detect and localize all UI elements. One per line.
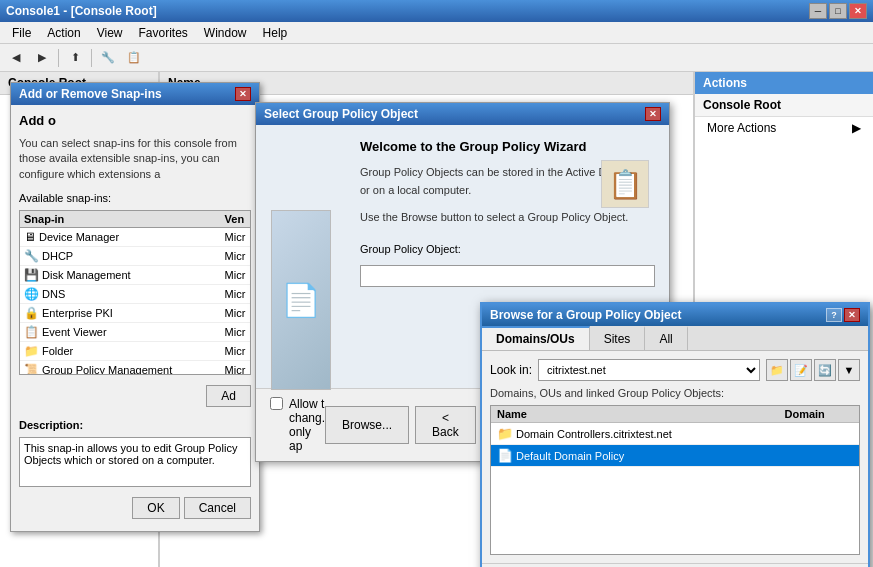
add-button[interactable]: Ad: [206, 385, 251, 407]
maximize-button[interactable]: □: [829, 3, 847, 19]
gpo-field-label: Group Policy Object:: [360, 243, 655, 255]
gpo-field-input[interactable]: [360, 265, 655, 287]
browse-col-domain: Domain: [778, 406, 859, 423]
menu-bar: File Action View Favorites Window Help: [0, 22, 873, 44]
browse-button[interactable]: Browse...: [325, 406, 409, 444]
lookin-select[interactable]: citrixtest.net: [538, 359, 760, 381]
gpo-title-bar: Select Group Policy Object ✕: [256, 103, 669, 125]
addsnapin-desc: You can select snap-ins for this console…: [19, 136, 251, 182]
snap-table-row[interactable]: 📁FolderMicr: [20, 342, 250, 361]
browse-table-container[interactable]: Name Domain 📁Domain Controllers.citrixte…: [490, 405, 860, 555]
gpo-body-text2: Use the Browse button to select a Group …: [360, 209, 655, 227]
cancel-button[interactable]: Cancel: [184, 497, 251, 519]
lookin-browse-btn[interactable]: 📁: [766, 359, 788, 381]
actions-section-label: Console Root: [695, 94, 873, 117]
lookin-label: Look in:: [490, 363, 532, 377]
ok-button[interactable]: OK: [132, 497, 179, 519]
settings-button[interactable]: 🔧: [96, 47, 120, 69]
addsnapin-btn-row: Ad: [19, 381, 251, 411]
browse-close-button[interactable]: ✕: [844, 308, 860, 322]
browse-table: Name Domain 📁Domain Controllers.citrixte…: [491, 406, 859, 467]
browse-title: Browse for a Group Policy Object: [490, 308, 681, 322]
gpo-doc-icon: 📄: [281, 281, 321, 319]
addsnapin-footer-btns: OK Cancel: [19, 493, 251, 523]
addsnapin-heading: Add o: [19, 113, 251, 128]
desc-label: Description:: [19, 419, 251, 431]
menu-file[interactable]: File: [4, 24, 39, 42]
browse-footer: OK Cancel: [482, 563, 868, 567]
browse-table-row[interactable]: 📁Domain Controllers.citrixtest.net: [491, 423, 859, 445]
addsnapin-available-label: Available snap-ins:: [19, 192, 251, 204]
gpo-left-image: 📄: [271, 210, 331, 390]
gpo-title: Select Group Policy Object: [264, 107, 418, 121]
browse-col-name: Name: [491, 406, 778, 423]
forward-button[interactable]: ▶: [30, 47, 54, 69]
menu-help[interactable]: Help: [255, 24, 296, 42]
back-button[interactable]: ◀: [4, 47, 28, 69]
back-btn[interactable]: < Back: [415, 406, 476, 444]
snap-table-row[interactable]: 📋Event ViewerMicr: [20, 323, 250, 342]
snap-table-row[interactable]: 📜Group Policy ManagementMicr: [20, 361, 250, 375]
gpo-check-row: Allow tchang.only ap: [270, 397, 325, 453]
snap-table: Snap-in Ven 🖥Device ManagerMicr🔧DHCPMicr…: [20, 211, 250, 375]
addsnapin-title: Add or Remove Snap-ins: [19, 87, 162, 101]
more-actions-item[interactable]: More Actions ▶: [695, 117, 873, 139]
app-title: Console1 - [Console Root]: [6, 4, 157, 18]
menu-window[interactable]: Window: [196, 24, 255, 42]
main-layout: Console Root 🖥 Console Root Name Actions…: [0, 72, 873, 567]
browse-tabs: Domains/OUs Sites All: [482, 326, 868, 351]
lookin-new-btn[interactable]: 📝: [790, 359, 812, 381]
snap-table-row[interactable]: 🔧DHCPMicr: [20, 247, 250, 266]
menu-view[interactable]: View: [89, 24, 131, 42]
title-bar: Console1 - [Console Root] ─ □ ✕: [0, 0, 873, 22]
tab-domains-ous[interactable]: Domains/OUs: [482, 326, 590, 350]
snap-table-row[interactable]: 🖥Device ManagerMicr: [20, 228, 250, 247]
toolbar: ◀ ▶ ⬆ 🔧 📋: [0, 44, 873, 72]
close-button[interactable]: ✕: [849, 3, 867, 19]
allow-change-label: Allow tchang.only ap: [289, 397, 325, 453]
dialog-addsnapin: Add or Remove Snap-ins ✕ Add o You can s…: [10, 82, 260, 532]
snap-table-container[interactable]: Snap-in Ven 🖥Device ManagerMicr🔧DHCPMicr…: [19, 210, 251, 375]
toolbar-separator-2: [91, 49, 92, 67]
gpo-icon-area: 📋: [601, 160, 649, 208]
browse-help-button[interactable]: ?: [826, 308, 842, 322]
snap-table-row[interactable]: 💾Disk ManagementMicr: [20, 266, 250, 285]
lookin-row: Look in: citrixtest.net 📁 📝 🔄 ▼: [490, 359, 860, 381]
domains-label: Domains, OUs and linked Group Policy Obj…: [490, 387, 860, 399]
tab-sites[interactable]: Sites: [590, 326, 646, 350]
title-bar-controls: ─ □ ✕: [809, 3, 867, 19]
gpo-close-button[interactable]: ✕: [645, 107, 661, 121]
browse-table-row[interactable]: 📄Default Domain Policy: [491, 445, 859, 467]
browse-title-bar: Browse for a Group Policy Object ? ✕: [482, 304, 868, 326]
addsnapin-title-bar: Add or Remove Snap-ins ✕: [11, 83, 259, 105]
desc-box: This snap-in allows you to edit Group Po…: [19, 437, 251, 487]
lookin-settings-btn[interactable]: ▼: [838, 359, 860, 381]
addsnapin-close-button[interactable]: ✕: [235, 87, 251, 101]
tab-all[interactable]: All: [645, 326, 687, 350]
actions-title: Actions: [695, 72, 873, 94]
minimize-button[interactable]: ─: [809, 3, 827, 19]
snap-table-row[interactable]: 🌐DNSMicr: [20, 285, 250, 304]
snap-table-row[interactable]: 🔒Enterprise PKIMicr: [20, 304, 250, 323]
browse-body: Look in: citrixtest.net 📁 📝 🔄 ▼ Domains,…: [482, 351, 868, 563]
menu-favorites[interactable]: Favorites: [131, 24, 196, 42]
snap-col-vendor: Ven: [221, 211, 250, 228]
gpo-welcome-heading: Welcome to the Group Policy Wizard: [360, 139, 655, 154]
gpo-icon-image: 📋: [601, 160, 649, 208]
gpo-content: Welcome to the Group Policy Wizard Group…: [346, 125, 669, 301]
dialog-browse: Browse for a Group Policy Object ? ✕ Dom…: [480, 302, 870, 567]
snap-col-name: Snap-in: [20, 211, 221, 228]
new-button[interactable]: 📋: [122, 47, 146, 69]
addsnapin-content: Add o You can select snap-ins for this c…: [11, 105, 259, 531]
toolbar-separator: [58, 49, 59, 67]
allow-change-checkbox[interactable]: [270, 397, 283, 410]
lookin-btns: 📁 📝 🔄 ▼: [766, 359, 860, 381]
menu-action[interactable]: Action: [39, 24, 88, 42]
browse-title-btns: ? ✕: [826, 308, 860, 322]
lookin-refresh-btn[interactable]: 🔄: [814, 359, 836, 381]
up-button[interactable]: ⬆: [63, 47, 87, 69]
